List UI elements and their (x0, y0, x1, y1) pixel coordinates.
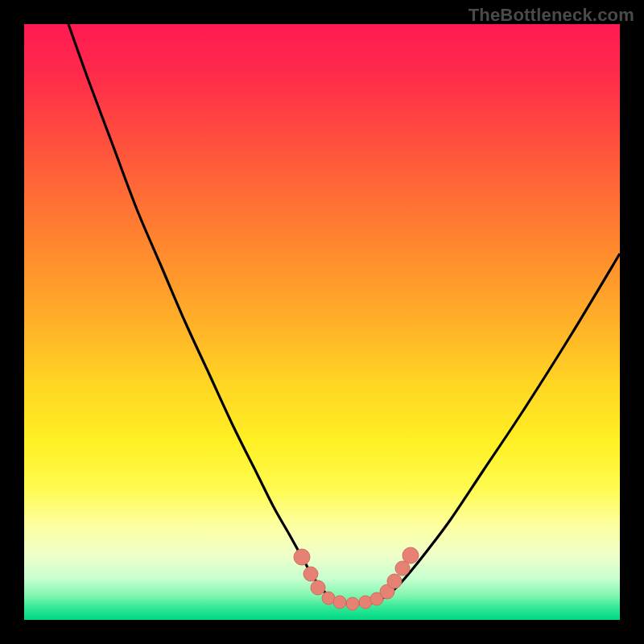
chart-frame: TheBottleneck.com (0, 0, 644, 644)
marker-dot (294, 549, 310, 565)
marker-dot (311, 580, 325, 595)
marker-dot (387, 574, 402, 588)
curve-svg (24, 24, 620, 620)
plot-area (24, 24, 620, 620)
marker-dot (303, 567, 318, 581)
bottom-cluster (294, 547, 419, 610)
marker-dot (359, 596, 372, 609)
watermark-text: TheBottleneck.com (469, 5, 634, 26)
marker-dot (346, 597, 359, 610)
marker-dot (402, 547, 419, 564)
marker-dot (333, 596, 346, 609)
bottleneck-curve (68, 24, 620, 604)
